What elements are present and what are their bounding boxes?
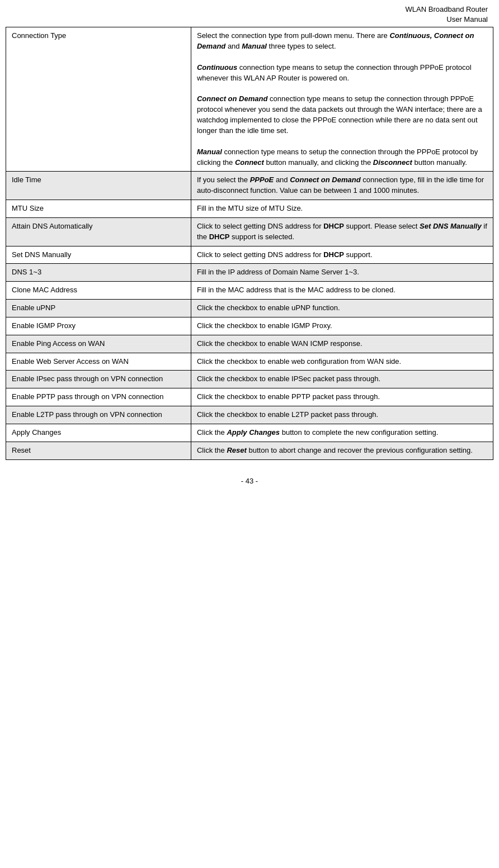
row-label-enable-pptp: Enable PPTP pass through on VPN connecti… <box>6 388 191 406</box>
row-desc-enable-ping-wan: Click the checkbox to enable WAN ICMP re… <box>191 335 493 353</box>
row-desc-enable-web-server-wan: Click the checkbox to enable web configu… <box>191 353 493 371</box>
table-row-enable-l2tp: Enable L2TP pass through on VPN connecti… <box>6 406 493 424</box>
table-row-reset: ResetClick the Reset button to abort cha… <box>6 442 493 459</box>
row-desc-reset: Click the Reset button to abort change a… <box>191 442 493 459</box>
table-row-dns-1-3: DNS 1~3Fill in the IP address of Domain … <box>6 264 493 282</box>
header-line2: User Manual <box>446 15 488 23</box>
row-desc-attain-dns: Click to select getting DNS address for … <box>191 217 493 246</box>
row-label-enable-igmp: Enable IGMP Proxy <box>6 317 191 335</box>
main-table: Connection TypeSelect the connection typ… <box>6 27 493 459</box>
page-footer: - 43 - <box>0 477 499 485</box>
table-row-connection-type: Connection TypeSelect the connection typ… <box>6 27 493 172</box>
row-desc-enable-ipsec: Click the checkbox to enable IPSec packe… <box>191 371 493 388</box>
row-label-clone-mac: Clone MAC Address <box>6 282 191 300</box>
row-label-enable-l2tp: Enable L2TP pass through on VPN connecti… <box>6 406 191 424</box>
row-desc-set-dns-manually: Click to select getting DNS address for … <box>191 246 493 264</box>
row-desc-mtu-size: Fill in the MTU size of MTU Size. <box>191 200 493 218</box>
row-label-dns-1-3: DNS 1~3 <box>6 264 191 282</box>
row-label-apply-changes: Apply Changes <box>6 424 191 442</box>
row-label-enable-ipsec: Enable IPsec pass through on VPN connect… <box>6 371 191 388</box>
table-row-enable-pptp: Enable PPTP pass through on VPN connecti… <box>6 388 493 406</box>
row-desc-idle-time: If you select the PPPoE and Connect on D… <box>191 172 493 200</box>
row-label-idle-time: Idle Time <box>6 172 191 200</box>
table-row-enable-ipsec: Enable IPsec pass through on VPN connect… <box>6 371 493 388</box>
row-desc-enable-igmp: Click the checkbox to enable IGMP Proxy. <box>191 317 493 335</box>
row-desc-connection-type: Select the connection type from pull-dow… <box>191 27 493 172</box>
row-label-set-dns-manually: Set DNS Manually <box>6 246 191 264</box>
row-desc-enable-upnp: Click the checkbox to enable uPNP functi… <box>191 300 493 317</box>
row-label-mtu-size: MTU Size <box>6 200 191 218</box>
table-row-enable-web-server-wan: Enable Web Server Access on WANClick the… <box>6 353 493 371</box>
header-line1: WLAN Broadband Router <box>406 5 488 13</box>
row-label-connection-type: Connection Type <box>6 27 191 172</box>
table-row-enable-upnp: Enable uPNPClick the checkbox to enable … <box>6 300 493 317</box>
table-row-apply-changes: Apply ChangesClick the Apply Changes but… <box>6 424 493 442</box>
page-header: WLAN Broadband Router User Manual <box>0 0 499 27</box>
table-row-enable-igmp: Enable IGMP ProxyClick the checkbox to e… <box>6 317 493 335</box>
page-number: - 43 - <box>241 477 258 485</box>
table-row-mtu-size: MTU SizeFill in the MTU size of MTU Size… <box>6 200 493 218</box>
row-desc-clone-mac: Fill in the MAC address that is the MAC … <box>191 282 493 300</box>
row-label-attain-dns: Attain DNS Automatically <box>6 217 191 246</box>
table-row-attain-dns: Attain DNS AutomaticallyClick to select … <box>6 217 493 246</box>
table-row-set-dns-manually: Set DNS ManuallyClick to select getting … <box>6 246 493 264</box>
table-row-idle-time: Idle TimeIf you select the PPPoE and Con… <box>6 172 493 200</box>
row-desc-apply-changes: Click the Apply Changes button to comple… <box>191 424 493 442</box>
row-label-enable-ping-wan: Enable Ping Access on WAN <box>6 335 191 353</box>
row-label-enable-web-server-wan: Enable Web Server Access on WAN <box>6 353 191 371</box>
row-label-enable-upnp: Enable uPNP <box>6 300 191 317</box>
table-row-clone-mac: Clone MAC AddressFill in the MAC address… <box>6 282 493 300</box>
row-desc-enable-l2tp: Click the checkbox to enable L2TP packet… <box>191 406 493 424</box>
row-desc-enable-pptp: Click the checkbox to enable PPTP packet… <box>191 388 493 406</box>
table-row-enable-ping-wan: Enable Ping Access on WANClick the check… <box>6 335 493 353</box>
row-desc-dns-1-3: Fill in the IP address of Domain Name Se… <box>191 264 493 282</box>
row-label-reset: Reset <box>6 442 191 459</box>
